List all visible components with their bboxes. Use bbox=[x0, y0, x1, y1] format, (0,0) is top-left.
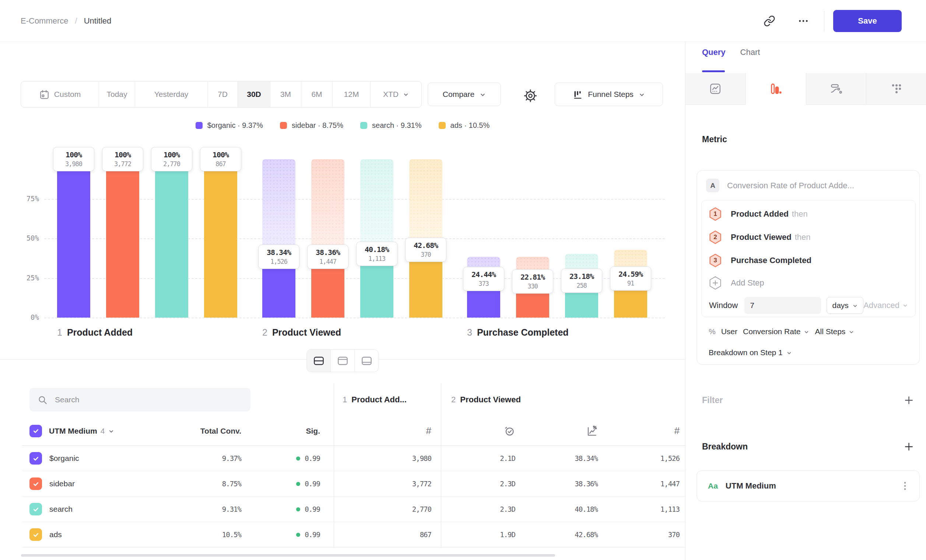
step2-time-column-header[interactable] bbox=[441, 416, 521, 446]
row-checkbox[interactable] bbox=[29, 452, 42, 465]
step1-count-value: 867 bbox=[420, 531, 431, 539]
total-conv-value: 9.37% bbox=[222, 454, 241, 462]
row-checkbox[interactable] bbox=[29, 528, 42, 541]
funnel-bar-organic-step1[interactable] bbox=[57, 159, 90, 318]
total-conv-column-header[interactable]: Total Conv. bbox=[166, 416, 241, 446]
step2-time-value: 1.9D bbox=[500, 531, 515, 539]
total-conv-cell: 10.5% bbox=[166, 522, 241, 548]
tab-query[interactable]: Query bbox=[702, 47, 726, 62]
chart-type-retention[interactable] bbox=[866, 73, 926, 104]
metric-card: A Conversion Rate of Product Adde... 1Pr… bbox=[696, 170, 920, 365]
breakdown-on-step-label: Breakdown on Step 1 bbox=[709, 348, 783, 357]
breakdown-section: Breakdown bbox=[702, 442, 914, 452]
step1-count-value: 2,770 bbox=[412, 505, 431, 513]
step2-conv-cell: 38.34% bbox=[521, 446, 603, 471]
measure-entity[interactable]: User bbox=[721, 327, 737, 336]
top-header: E-Commerce / Untitled Save bbox=[0, 0, 926, 42]
window-unit-dropdown[interactable]: days bbox=[826, 297, 863, 314]
breadcrumb-separator: / bbox=[75, 16, 77, 26]
step2-conv-value: 42.68% bbox=[575, 531, 598, 539]
step2-count-value: 370 bbox=[668, 531, 679, 539]
step-number-hexagon-badge: 1 bbox=[709, 207, 722, 221]
breakdown-item-utm-medium[interactable]: Aa UTM Medium bbox=[696, 471, 920, 501]
step2-time-cell: 2.1D bbox=[441, 446, 521, 471]
layout-table-only-button[interactable] bbox=[355, 350, 378, 372]
chart-type-flows[interactable] bbox=[806, 73, 867, 104]
insights-icon bbox=[709, 83, 722, 95]
report-main-panel: CustomTodayYesterday7D30D3M6M12MXTD Comp… bbox=[0, 42, 685, 560]
bar-value-label: 100%2,770 bbox=[151, 147, 192, 171]
layout-split-button[interactable] bbox=[307, 350, 331, 372]
add-filter-button[interactable] bbox=[904, 395, 914, 405]
sig-cell: 0.99 bbox=[241, 522, 334, 548]
step1-count-cell: 2,770 bbox=[334, 496, 441, 522]
bar-conversion-pct: 23.18% bbox=[566, 272, 598, 281]
chart-type-funnel[interactable] bbox=[746, 73, 806, 104]
step-name: Product Add... bbox=[351, 395, 407, 404]
funnel-bar-ads-step1[interactable] bbox=[204, 159, 237, 318]
search-input[interactable] bbox=[54, 395, 232, 404]
table-row-name-cell[interactable]: ads bbox=[22, 522, 166, 548]
measure-scope-dropdown[interactable]: All Steps bbox=[815, 327, 854, 336]
add-breakdown-button[interactable] bbox=[904, 442, 914, 452]
kebab-menu-icon[interactable] bbox=[900, 480, 910, 492]
table-row-name-cell[interactable]: sidebar bbox=[22, 471, 166, 496]
step2-conv-rate-column-header[interactable] bbox=[521, 416, 603, 446]
breakdown-property-label: UTM Medium bbox=[49, 427, 97, 436]
funnel-steps-list: 1Product Addedthen2Product Viewedthen3Pu… bbox=[709, 202, 908, 272]
step2-time-value: 2.3D bbox=[500, 480, 515, 488]
total-conv-label: Total Conv. bbox=[200, 427, 241, 436]
select-all-checkbox[interactable] bbox=[29, 425, 42, 437]
bar-conversion-pct: 24.59% bbox=[615, 270, 646, 278]
sig-cell: 0.99 bbox=[241, 446, 334, 471]
metric-summary-row[interactable]: A Conversion Rate of Product Adde... bbox=[706, 179, 854, 192]
breadcrumb-project[interactable]: E-Commerce bbox=[21, 16, 68, 26]
breakdown-column-header[interactable]: UTM Medium4 bbox=[22, 416, 166, 446]
breakdown-on-step-dropdown[interactable]: Breakdown on Step 1 bbox=[709, 348, 792, 357]
measurement-row: % User Conversion Rate All Steps bbox=[709, 327, 854, 336]
breadcrumb-report-title[interactable]: Untitled bbox=[84, 16, 112, 26]
measure-type-dropdown[interactable]: Conversion Rate bbox=[743, 327, 809, 336]
bar-count: 258 bbox=[566, 282, 598, 289]
funnel-step-3[interactable]: 3Purchase Completed bbox=[709, 249, 908, 272]
row-checkbox[interactable] bbox=[29, 477, 42, 490]
step2-time-cell: 1.9D bbox=[441, 522, 521, 548]
table-row-name-cell[interactable]: search bbox=[22, 496, 166, 522]
total-conv-cell: 8.75% bbox=[166, 471, 241, 496]
more-options-button[interactable] bbox=[794, 11, 813, 30]
step2-count-column-header[interactable]: # bbox=[603, 416, 685, 446]
advanced-toggle[interactable]: Advanced bbox=[863, 301, 908, 310]
row-checkbox[interactable] bbox=[29, 503, 42, 515]
funnel-bar-sidebar-step1[interactable] bbox=[106, 159, 139, 318]
chart-type-insights[interactable] bbox=[685, 73, 746, 104]
chevron-down-icon bbox=[108, 428, 114, 434]
conversion-window-row: Window days Advanced bbox=[709, 294, 908, 317]
step-event-label: Product Viewedthen bbox=[731, 233, 810, 242]
sig-label: Sig. bbox=[306, 427, 320, 436]
bar-conversion-pct: 38.34% bbox=[263, 248, 295, 257]
funnel-step-1[interactable]: 1Product Addedthen bbox=[709, 202, 908, 226]
horizontal-scrollbar[interactable] bbox=[21, 554, 555, 557]
sidebar-tabs: Query Chart bbox=[702, 47, 760, 62]
tab-chart[interactable]: Chart bbox=[740, 47, 760, 62]
step1-count-column-header[interactable]: # bbox=[334, 416, 441, 446]
step-event-label: Purchase Completed bbox=[731, 256, 811, 265]
sig-cell: 0.99 bbox=[241, 471, 334, 496]
layout-chart-only-button[interactable] bbox=[331, 350, 355, 372]
table-row-name-cell[interactable]: $organic bbox=[22, 446, 166, 471]
bar-count: 1,113 bbox=[361, 255, 393, 262]
avg-time-to-convert-icon bbox=[504, 425, 515, 437]
add-step-button[interactable]: Add Step bbox=[709, 272, 908, 294]
query-sidebar: Query Chart bbox=[685, 42, 926, 560]
funnel-report-app: E-Commerce / Untitled Save CustomTodayYe… bbox=[0, 0, 926, 560]
filter-heading: Filter bbox=[702, 395, 723, 405]
sig-value: 0.99 bbox=[305, 480, 320, 488]
step2-column-group-header: 2Product Viewed bbox=[441, 383, 685, 416]
window-value-input[interactable] bbox=[744, 297, 821, 314]
save-button[interactable]: Save bbox=[833, 10, 902, 32]
funnel-step-2[interactable]: 2Product Viewedthen bbox=[709, 226, 908, 249]
share-link-button[interactable] bbox=[760, 11, 779, 30]
sig-column-header[interactable]: Sig. bbox=[241, 416, 334, 446]
bar-conversion-pct: 42.68% bbox=[410, 241, 442, 250]
funnel-bar-search-step1[interactable] bbox=[155, 159, 188, 318]
